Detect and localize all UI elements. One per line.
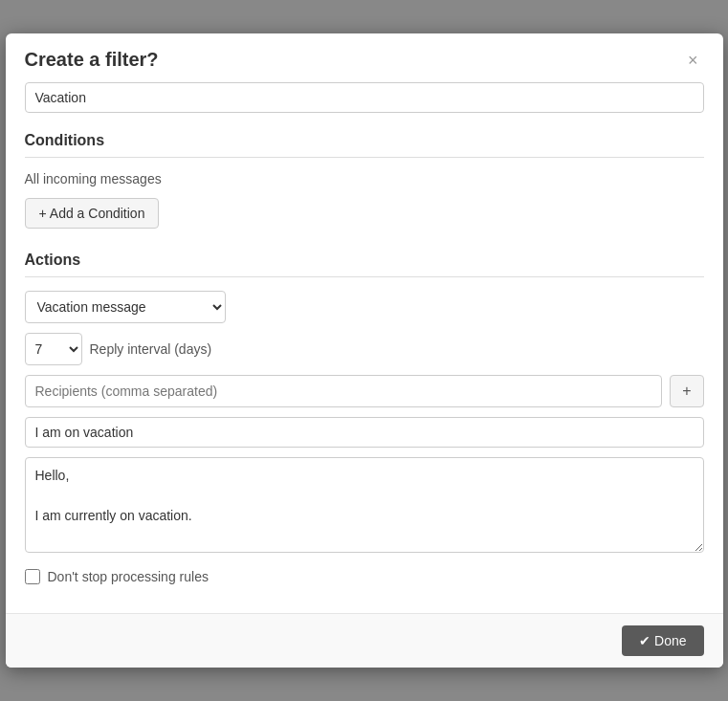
conditions-section-title: Conditions	[25, 132, 704, 149]
reply-interval-label: Reply interval (days)	[90, 341, 212, 357]
add-recipient-button[interactable]: +	[670, 375, 703, 407]
dont-stop-checkbox[interactable]	[25, 569, 40, 584]
reply-interval-row: 1 2 3 4 5 6 7 14 30 Reply interval (days…	[25, 333, 704, 365]
recipients-input[interactable]	[25, 375, 663, 407]
actions-section: Actions Vacation message Mark as read De…	[25, 252, 704, 584]
action-type-row: Vacation message Mark as read Delete Mov…	[25, 291, 704, 323]
reply-interval-select[interactable]: 1 2 3 4 5 6 7 14 30	[25, 333, 82, 365]
close-button[interactable]: ×	[682, 50, 704, 71]
actions-section-title: Actions	[25, 252, 704, 269]
modal-title: Create a filter?	[25, 49, 159, 71]
modal-body: Conditions All incoming messages + Add a…	[6, 82, 723, 613]
actions-divider	[25, 276, 704, 277]
action-type-select[interactable]: Vacation message Mark as read Delete Mov…	[25, 291, 226, 323]
add-condition-button[interactable]: + Add a Condition	[25, 198, 160, 229]
dont-stop-row: Don't stop processing rules	[25, 569, 704, 584]
all-messages-text: All incoming messages	[25, 171, 704, 186]
subject-input[interactable]	[25, 417, 704, 448]
filter-name-input[interactable]	[25, 82, 704, 113]
create-filter-modal: Create a filter? × Conditions All incomi…	[6, 33, 723, 668]
dont-stop-label: Don't stop processing rules	[48, 569, 209, 584]
modal-header: Create a filter? ×	[6, 33, 723, 82]
modal-footer: ✔ Done	[6, 613, 723, 668]
conditions-divider	[25, 157, 704, 158]
recipients-row: +	[25, 375, 704, 407]
done-button[interactable]: ✔ Done	[622, 625, 703, 656]
body-textarea[interactable]: Hello, I am currently on vacation.	[25, 457, 704, 553]
